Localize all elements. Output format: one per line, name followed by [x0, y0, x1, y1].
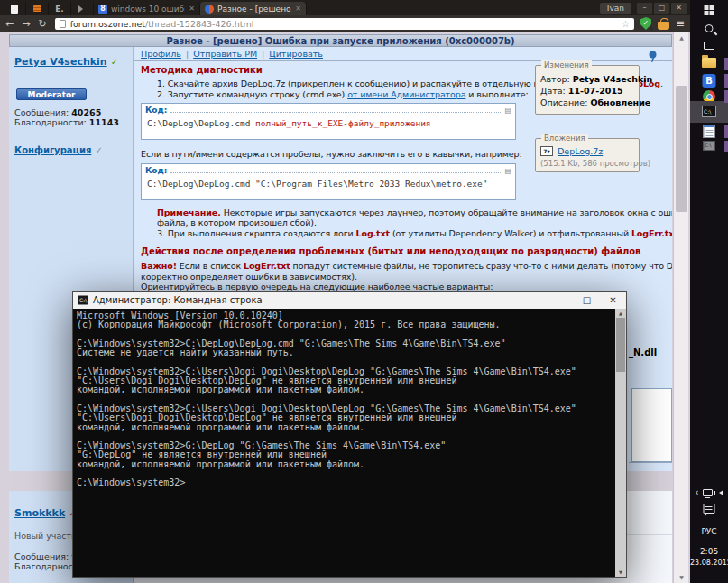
file-explorer-icon[interactable]: [702, 58, 716, 68]
document-icon: [11, 5, 18, 14]
cmd-secondary-icon[interactable]: C:\: [704, 141, 715, 151]
cmd-close-button[interactable]: ✕: [600, 292, 626, 309]
select-code-icon[interactable]: ▤: [504, 167, 511, 175]
close-button[interactable]: ✕: [671, 3, 687, 14]
messages-count: 40265: [71, 107, 101, 117]
console-line: "C:\Users\Dogi_Dogi\Desktop\DepLog" не я…: [77, 413, 626, 422]
basket-extension-icon[interactable]: [658, 18, 669, 30]
run-as-admin-link[interactable]: от имени Администратора: [347, 89, 465, 99]
tab-title: windows 10 ошибка при: [111, 5, 185, 14]
basket-icon: [658, 22, 669, 30]
scrollbar-thumb[interactable]: [676, 86, 687, 212]
pinned-tab-audio[interactable]: [71, 2, 94, 15]
cmd-maximize-button[interactable]: □: [574, 292, 600, 309]
browser-menu-icon[interactable]: ≡: [676, 18, 685, 29]
tab-thread-active[interactable]: Разное - [решено] Ошиб ✕: [200, 2, 307, 15]
pushpin-icon[interactable]: [646, 51, 658, 63]
attachment-link[interactable]: DepLog.7z: [558, 146, 603, 156]
important-line-2: корректно определяет ошибки в зависимост…: [134, 272, 672, 282]
console-line: [77, 330, 626, 339]
window-controls: – □ ✕: [637, 3, 687, 14]
reload-icon[interactable]: ↻: [38, 19, 46, 29]
configuration-link[interactable]: Конфигурация: [14, 145, 91, 155]
url-host: forum.oszone.net: [70, 19, 145, 29]
tab-title: Разное - [решено] Ошиб: [217, 5, 291, 14]
console-line: Системе не удается найти указанный путь.: [77, 348, 626, 357]
pinned-tab-forum[interactable]: [26, 2, 49, 15]
search-icon[interactable]: [705, 24, 714, 32]
tab-close-icon[interactable]: ✕: [189, 5, 195, 13]
start-button[interactable]: [705, 5, 714, 15]
network-icon[interactable]: [703, 489, 713, 496]
task-view-icon[interactable]: [704, 42, 714, 50]
clock-date[interactable]: 23.08.2015: [690, 559, 728, 567]
cmd-minimize-button[interactable]: –: [548, 292, 574, 309]
quote-link[interactable]: Цитировать: [269, 49, 323, 59]
console-line: (c) Корпорация Майкрософт (Microsoft Cor…: [77, 320, 626, 329]
forward-icon[interactable]: →: [22, 19, 30, 29]
pinned-tab-e[interactable]: E.: [49, 2, 71, 15]
speaker-icon: [78, 5, 87, 13]
console-line: C:\Windows\system32>G:\DepLog "G:\Games\…: [77, 441, 626, 450]
bookmark-star-icon[interactable]: ☆: [622, 19, 630, 29]
edits-legend: Изменения: [541, 60, 592, 69]
page-scrollbar[interactable]: ▲ ▼: [673, 32, 688, 583]
cmd-app-icon: C:\: [78, 295, 88, 305]
scroll-down-icon[interactable]: ▼: [615, 569, 626, 575]
thread-title-bar: Разное - [решено] Ошибка при запуске при…: [9, 34, 672, 47]
address-bar[interactable]: forum.oszone.net /thread-152843-426.html…: [55, 18, 634, 30]
wallpaper-sliver: [724, 58, 728, 70]
attachments-legend: Вложения: [541, 134, 588, 143]
badge-dot: [650, 27, 653, 31]
console-line: C:\Windows\system32>C:\Users\Dogi_Dogi\D…: [77, 404, 626, 413]
url-path: /thread-152843-426.html: [145, 19, 622, 29]
cmd-title-bar[interactable]: C:\ Администратор: Командная строка – □ …: [73, 292, 626, 309]
console-line: [77, 432, 626, 441]
separator: |: [262, 49, 264, 59]
scroll-up-icon[interactable]: ▲: [674, 34, 689, 41]
browser-profile-button[interactable]: Ivan: [600, 3, 631, 14]
send-pm-link[interactable]: Отправить PM: [193, 49, 257, 59]
back-icon[interactable]: ←: [5, 19, 14, 29]
adguard-extension-icon[interactable]: ✓: [640, 17, 651, 30]
user-link[interactable]: Smokkkk: [14, 507, 65, 519]
console-line: "C:\Users\Dogi_Dogi\Desktop\DepLog" не я…: [77, 376, 626, 385]
select-code-icon[interactable]: ▤: [504, 106, 511, 115]
clock-time[interactable]: 2:05: [690, 547, 728, 556]
code-block-1: Код: ▤ C:\DepLog\DepLog.cmd полный_путь_…: [141, 103, 516, 140]
volume-icon[interactable]: [716, 490, 723, 495]
console-scrollbar[interactable]: ▲ ▼: [615, 309, 626, 577]
divider-fragment: [629, 462, 672, 463]
pinned-tab-document[interactable]: [4, 2, 26, 15]
profile-link[interactable]: Профиль: [141, 49, 181, 59]
cmd-taskbar-icon[interactable]: C:\: [702, 106, 716, 117]
post-heading-2: Действия после определения проблемных (б…: [134, 246, 672, 256]
console-line: [77, 395, 626, 404]
wallpaper-sliver: [724, 141, 728, 152]
tab-windows10-error[interactable]: 8 windows 10 ошибка при ✕: [94, 2, 200, 15]
wallpaper-sliver: [724, 125, 728, 138]
action-center-icon[interactable]: [704, 504, 715, 514]
scroll-down-icon[interactable]: ▼: [674, 574, 689, 580]
restore-button[interactable]: □: [654, 3, 669, 14]
messages-label: Сообщения:: [14, 107, 69, 117]
online-check-icon: ✓: [111, 57, 118, 67]
tab-close-icon[interactable]: ✕: [295, 5, 301, 13]
messages-label: Сообщения:: [14, 551, 69, 561]
console-line: "G:\DepLog" не является внутренней или в…: [77, 450, 626, 459]
post-links-row: Профиль | Отправить PM | Цитировать: [134, 47, 672, 61]
notepad-icon[interactable]: [704, 125, 715, 138]
user-link[interactable]: Petya V4sechkin: [14, 56, 107, 68]
blue-b-app-icon[interactable]: B: [703, 74, 716, 88]
scroll-up-icon[interactable]: ▲: [615, 310, 626, 316]
tab-favicon: 8: [98, 5, 107, 14]
page-icon: [60, 20, 66, 28]
dotted-rule: [170, 166, 501, 173]
language-indicator[interactable]: РУС: [690, 527, 728, 536]
console-output[interactable]: Microsoft Windows [Version 10.0.10240] (…: [73, 309, 626, 577]
hidden-icons-chevron[interactable]: ‹: [696, 488, 699, 497]
console-line: командой, исполняемой программой или пак…: [77, 385, 626, 394]
minimize-button[interactable]: –: [637, 3, 652, 14]
scrollbar-thumb[interactable]: [616, 318, 625, 372]
console-line: C:\Windows\system32>C:\DepLog\DepLog.cmd…: [77, 339, 626, 348]
